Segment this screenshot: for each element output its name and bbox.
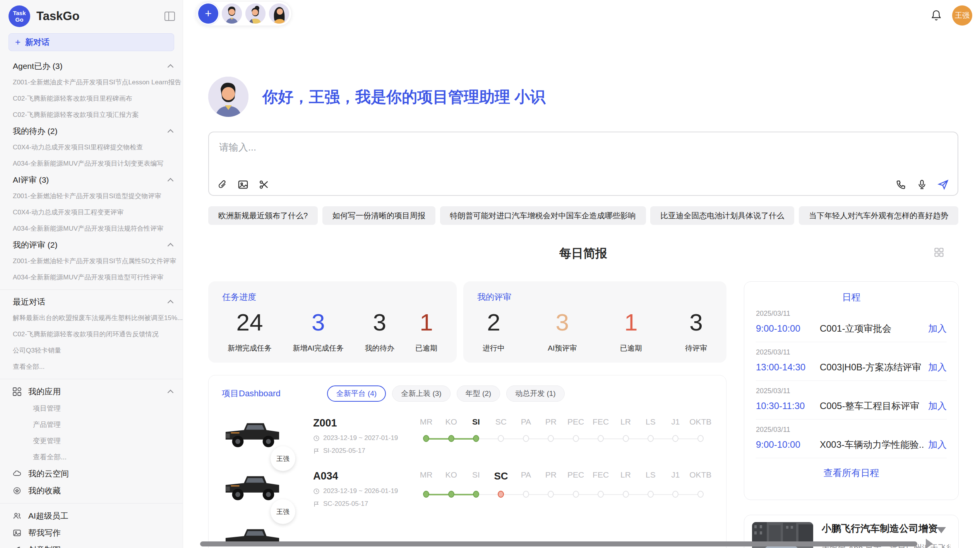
sidebar-item[interactable]: Z001-全新燃油皮卡产品开发项目SI节点Lesson Learn报告	[0, 74, 183, 91]
project-image-wrap: 王强	[222, 470, 290, 508]
sidebar-item[interactable]: C0X4-动力总成开发项目工程变更评审	[0, 204, 183, 221]
sidebar-item[interactable]: C02-飞腾新能源轻客改款项目里程碑画布	[0, 91, 183, 107]
chevron-up-icon[interactable]	[168, 299, 173, 305]
sidebar-item[interactable]: A034-全新新能源MUV产品开发项目计划变更表编写	[0, 156, 183, 172]
scroll-right-arrow-icon[interactable]	[926, 539, 933, 548]
new-chat-button[interactable]: + 新对话	[9, 33, 174, 51]
join-button[interactable]: 加入	[928, 438, 947, 451]
milestone-label: SI	[464, 470, 488, 482]
section-recent-chats[interactable]: 最近对话	[0, 294, 183, 310]
project-image-wrap: 王强	[222, 417, 290, 455]
layout-grid-icon[interactable]	[934, 247, 944, 258]
sidebar-item[interactable]: A034-全新新能源MUV产品开发项目造型可行性评审	[0, 269, 183, 286]
bell-icon[interactable]	[930, 9, 942, 22]
project-code: Z001	[313, 417, 410, 429]
tab-powertrain[interactable]: 动总开发 (1)	[506, 385, 565, 402]
recent-chat-item[interactable]: C02-飞腾新能源轻客改款项目的闭环通告反馈情况	[0, 326, 183, 342]
apps-grid-icon	[13, 387, 21, 396]
suggestion-chip[interactable]: 比亚迪全固态电池计划具体说了什么	[650, 206, 794, 225]
my-review-card: 我的评审 2 进行中 3 AI预评审 1 已逾期 3 待评审	[463, 281, 726, 363]
section-my-apps[interactable]: 我的应用	[0, 383, 183, 400]
date-range: 2023-12-19 ~ 2026-01-19	[323, 487, 398, 495]
horizontal-scrollbar-thumb[interactable]	[200, 541, 917, 546]
chevron-up-icon[interactable]	[168, 242, 173, 248]
recent-chat-item[interactable]: 解释最新出台的欧盟报废车法规再生塑料比例被调至15%...	[0, 310, 183, 326]
sidebar-lists: Agent已办 (3) Z001-全新燃油皮卡产品开发项目SI节点Lesson …	[0, 51, 183, 548]
suggestion-chip[interactable]: 欧洲新规最近颁布了什么?	[208, 206, 318, 225]
sidebar-item-help-write[interactable]: 帮我写作	[0, 524, 183, 541]
recent-view-all[interactable]: 查看全部...	[0, 359, 183, 375]
add-session-button[interactable]: +	[198, 3, 218, 24]
phone-icon[interactable]	[896, 179, 906, 190]
app-item-change-mgmt[interactable]: 变更管理	[0, 433, 183, 449]
milestone-label: PR	[538, 417, 563, 426]
stat-value: 3	[293, 307, 344, 338]
suggestion-chip[interactable]: 当下年轻人对汽车外观有怎样的喜好趋势	[799, 206, 958, 225]
send-icon[interactable]	[937, 179, 949, 190]
sidebar-item-ai-employee[interactable]: AI超级员工	[0, 507, 183, 524]
sidebar-item-cloud-space[interactable]: 我的云空间	[0, 465, 183, 482]
milestone-label-current: SC	[488, 470, 513, 482]
image-upload-icon[interactable]	[238, 179, 248, 190]
clock-icon	[313, 435, 320, 442]
app-item-project-mgmt[interactable]: 项目管理	[0, 400, 183, 416]
avatar[interactable]	[269, 3, 289, 24]
avatar[interactable]	[222, 3, 242, 24]
suggestion-chip[interactable]: 特朗普可能对进口汽车增税会对中国车企造成哪些影响	[440, 206, 646, 225]
chevron-up-icon[interactable]	[168, 389, 173, 394]
join-button[interactable]: 加入	[928, 322, 947, 335]
user-avatar[interactable]: 王强	[952, 5, 972, 26]
sidebar-item[interactable]: Z001-全新燃油轻卡产品开发项目SI造型提交物评审	[0, 188, 183, 204]
schedule-name: C001-立项审批会	[820, 322, 923, 335]
sidebar-item-creative-draw[interactable]: 创意制图	[0, 541, 183, 548]
milestone-label: KO	[439, 417, 463, 426]
tab-new-platform[interactable]: 全新平台 (4)	[327, 385, 386, 402]
milestone-dot	[623, 491, 629, 498]
stat-value: 1	[620, 307, 642, 338]
project-dates: 2023-12-19 ~ 2027-01-19	[313, 434, 410, 442]
milestone-label: KO	[439, 470, 463, 482]
join-button[interactable]: 加入	[928, 361, 947, 373]
scroll-down-arrow-icon[interactable]	[937, 527, 946, 533]
project-row[interactable]: 王强 A034 2023-12-19 ~ 2026-01-19 SC-2025-…	[222, 470, 713, 508]
app-item-product-mgmt[interactable]: 产品管理	[0, 416, 183, 433]
view-all-schedule-link[interactable]: 查看所有日程	[756, 467, 947, 479]
project-row[interactable]: 王强 Z001 2023-12-19 ~ 2027-01-19 SI-2025-…	[222, 417, 713, 455]
project-owner-badge: 王强	[271, 499, 295, 524]
scissors-icon[interactable]	[259, 179, 269, 190]
milestone-timeline: MR KO SI SC PA PR PEC FEC LR LS J1 OKTB	[414, 417, 713, 455]
message-composer[interactable]: 请输入...	[208, 132, 958, 196]
apps-view-all[interactable]: 查看全部...	[0, 449, 183, 465]
sidebar-item[interactable]: A034-全新新能源MUV产品开发项目法规符合性评审	[0, 221, 183, 237]
chevron-up-icon[interactable]	[168, 63, 173, 69]
milestone-label: OKTB	[688, 470, 713, 482]
sidebar-item-label: 我的收藏	[28, 485, 61, 496]
chevron-up-icon[interactable]	[168, 177, 173, 183]
tab-model-year[interactable]: 年型 (2)	[457, 385, 500, 402]
sidebar-item-favorites[interactable]: 我的收藏	[0, 482, 183, 499]
sidebar-item[interactable]: Z001-全新燃油轻卡产品开发项目SI节点属性5D文件评审	[0, 253, 183, 269]
attachment-icon[interactable]	[218, 179, 228, 190]
suggestion-chip[interactable]: 如何写一份清晰的项目周报	[322, 206, 435, 225]
avatar[interactable]	[245, 3, 266, 24]
recent-chat-item[interactable]: 公司Q3轻卡销量	[0, 342, 183, 359]
tab-new-body[interactable]: 全新上装 (3)	[392, 385, 451, 402]
sidebar-item-label: 我的云空间	[28, 468, 69, 479]
stat-value: 3	[548, 307, 577, 338]
milestone-label: LS	[638, 470, 663, 482]
section-ai-review[interactable]: AI评审 (3)	[0, 172, 183, 188]
sidebar-item[interactable]: C02-飞腾新能源轻客改款项目立项汇报方案	[0, 107, 183, 123]
milestone-dot-alert	[498, 491, 504, 498]
stat: 3 待评审	[685, 307, 707, 353]
people-icon	[13, 512, 21, 520]
section-my-review[interactable]: 我的评审 (2)	[0, 237, 183, 253]
sidebar-collapse-icon[interactable]	[164, 12, 175, 21]
microphone-icon[interactable]	[917, 179, 927, 190]
section-agent-done[interactable]: Agent已办 (3)	[0, 58, 183, 74]
sidebar-item[interactable]: C0X4-动力总成开发项目SI里程碑提交物检查	[0, 139, 183, 156]
chevron-up-icon[interactable]	[168, 128, 173, 134]
join-button[interactable]: 加入	[928, 400, 947, 412]
milestone-label: PR	[538, 470, 563, 482]
section-my-todo[interactable]: 我的待办 (2)	[0, 123, 183, 139]
news-title: 小鹏飞行汽车制造公司增资	[822, 522, 951, 535]
